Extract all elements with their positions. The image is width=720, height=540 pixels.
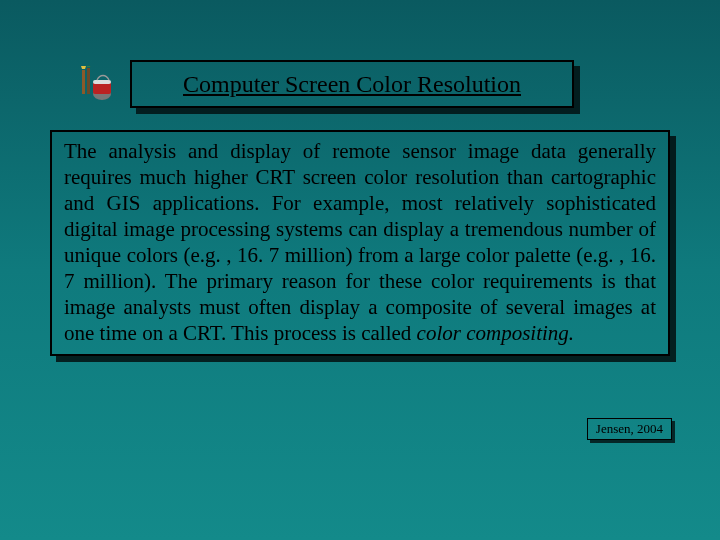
- slide-container: Computer Screen Color Resolution The ana…: [0, 0, 720, 540]
- svg-rect-3: [93, 80, 111, 84]
- body-text-main: The analysis and display of remote senso…: [64, 139, 656, 345]
- svg-rect-4: [82, 70, 85, 94]
- paint-supplies-icon: [78, 66, 114, 102]
- title-box: Computer Screen Color Resolution: [130, 60, 574, 108]
- svg-rect-5: [87, 68, 90, 94]
- citation-text: Jensen, 2004: [596, 421, 663, 437]
- body-paragraph: The analysis and display of remote senso…: [64, 138, 656, 346]
- body-box: The analysis and display of remote senso…: [50, 130, 670, 356]
- slide-title: Computer Screen Color Resolution: [183, 71, 521, 98]
- body-text-emphasis: color compositing.: [417, 321, 575, 345]
- citation-box: Jensen, 2004: [587, 418, 672, 440]
